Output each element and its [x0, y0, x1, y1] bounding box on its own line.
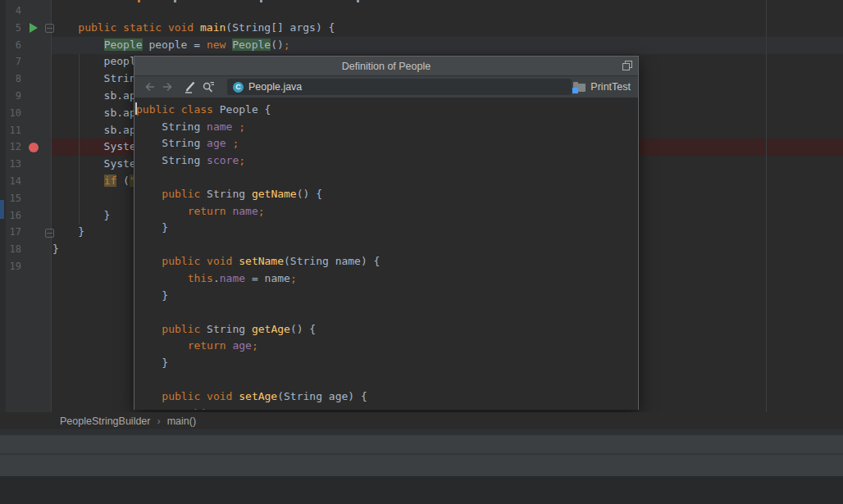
code-token: () { [290, 323, 316, 335]
code-token: name [232, 205, 257, 217]
open-as-window-icon[interactable] [622, 61, 632, 70]
popup-code-line-1[interactable]: public class People { [136, 102, 271, 119]
code-line-12[interactable]: Syste [52, 138, 136, 156]
clipped-code-fragment [357, 0, 359, 2]
find-usages-button[interactable] [199, 79, 217, 95]
popup-code-line-2[interactable]: String name ; [136, 119, 245, 136]
breadcrumb-item-class[interactable]: PeopleStringBuilder [60, 415, 151, 427]
module-chunk[interactable]: PrintTest [573, 81, 631, 93]
popup-code-line-11[interactable]: this.name = name; [136, 270, 297, 288]
forward-button[interactable] [158, 79, 176, 95]
code-token: sb.ap [52, 124, 136, 136]
code-token [136, 390, 162, 402]
file-name: People.java [248, 81, 302, 93]
tool-window-bar-top[interactable] [0, 435, 843, 453]
code-token [136, 323, 162, 335]
breadcrumb-separator: › [157, 415, 161, 427]
code-token: sb.ap [52, 89, 136, 102]
popup-code-line-19[interactable]: this.age = age; [136, 406, 284, 410]
clipped-code-fragment [260, 0, 262, 2]
code-line-5[interactable]: public static void main(String[] args) { [52, 20, 335, 37]
code-token [52, 175, 104, 187]
popup-code-line-10[interactable]: public void setName(String name) { [136, 253, 380, 270]
code-token: public void [162, 255, 239, 267]
tool-window-bar-bottom[interactable] [0, 455, 843, 476]
class-icon: C [233, 82, 244, 93]
code-line-17[interactable]: } [52, 224, 84, 241]
quick-definition-popup[interactable]: Definition of People [134, 56, 639, 410]
code-token: return [188, 339, 233, 352]
code-token: } [52, 209, 110, 221]
code-token: this [188, 272, 213, 284]
file-path-combobox[interactable]: C People.java [227, 79, 572, 95]
code-token: if [104, 175, 117, 187]
code-token: score [207, 154, 239, 166]
code-token [136, 255, 162, 267]
popup-code-line-8[interactable]: } [136, 220, 168, 237]
code-line-16[interactable]: } [52, 207, 110, 225]
code-token: sb.ap [52, 107, 136, 119]
code-token: String [136, 154, 207, 166]
code-token: ; [284, 39, 290, 51]
code-token [136, 407, 188, 410]
popup-code-line-6[interactable]: public String getName() { [136, 186, 322, 203]
code-token: } [52, 243, 59, 255]
popup-code-line-4[interactable]: String score; [136, 152, 245, 170]
code-token [52, 39, 104, 51]
code-token: people = [143, 39, 207, 51]
code-token: } [52, 225, 84, 238]
popup-code-line-3[interactable]: String age ; [136, 135, 239, 152]
code-token: age [207, 137, 232, 149]
code-token: (String[] args) { [226, 21, 335, 34]
popup-code-line-12[interactable]: } [136, 288, 168, 305]
editor-bottom-strip [0, 429, 843, 435]
code-token: ; [239, 120, 245, 133]
breadcrumb: PeopleStringBuilder › main() [0, 412, 843, 429]
code-token: String [207, 323, 252, 335]
popup-code-line-18[interactable]: public void setAge(String age) { [136, 388, 367, 406]
code-line-14[interactable]: if (" [52, 173, 136, 190]
code-token: name [220, 272, 245, 284]
code-token: ; [277, 407, 284, 410]
code-token: public [162, 188, 207, 200]
code-token: main [200, 21, 226, 34]
popup-code-line-16[interactable]: } [136, 355, 168, 372]
popup-code-line-14[interactable]: public String getAge() { [136, 321, 316, 338]
code-token [136, 205, 188, 217]
code-token: name [207, 120, 239, 133]
code-line-13[interactable]: Syste [52, 156, 136, 173]
code-token: Strin [52, 72, 136, 84]
code-line-8[interactable]: Strin [52, 70, 136, 88]
code-line-9[interactable]: sb.ap [52, 88, 136, 105]
status-area [0, 476, 843, 504]
popup-code-viewer[interactable]: public class People { String name ; Stri… [134, 98, 638, 410]
popup-title-bar[interactable]: Definition of People [134, 57, 638, 76]
code-line-6[interactable]: People people = new People(); [52, 37, 290, 54]
code-token: () [271, 39, 284, 51]
code-token: peopl [52, 55, 136, 67]
code-token: ; [258, 205, 265, 217]
popup-code-line-7[interactable]: return name; [136, 203, 265, 220]
code-token: Syste [52, 140, 136, 152]
back-button[interactable] [140, 79, 158, 95]
code-token: String [136, 137, 207, 149]
code-token: } [136, 221, 168, 234]
code-line-7[interactable]: peopl [52, 53, 136, 70]
code-line-18[interactable]: } [52, 241, 59, 258]
ide-window: 45678910111213141516171819 public static… [0, 0, 843, 504]
code-token: public static void [78, 21, 200, 34]
breadcrumb-item-method[interactable]: main() [167, 415, 196, 427]
code-token: } [136, 356, 168, 369]
code-token: = name [245, 272, 290, 284]
popup-title: Definition of People [342, 61, 431, 72]
code-token: } [136, 289, 168, 302]
code-token: public class [136, 103, 220, 116]
edit-source-button[interactable] [181, 79, 199, 95]
code-token: (String name) { [284, 255, 380, 267]
code-line-11[interactable]: sb.ap [52, 122, 136, 139]
popup-code-line-15[interactable]: return age; [136, 338, 258, 355]
code-token: People { [220, 103, 271, 116]
code-token [226, 39, 232, 51]
code-token [52, 21, 78, 34]
code-line-10[interactable]: sb.ap [52, 105, 136, 122]
